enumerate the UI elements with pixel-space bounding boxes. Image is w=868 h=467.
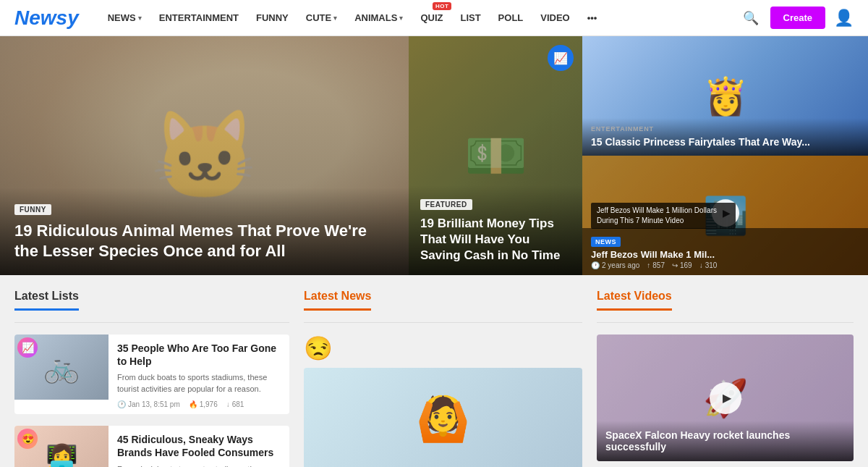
search-icon: 🔍 <box>743 11 759 25</box>
meta-stat1: ↑ 857 <box>647 261 665 269</box>
video-title-overlay-1: SpaceX Falcon Heavy rocket launches succ… <box>597 421 854 461</box>
latest-videos-header: Latest Videos <box>597 290 854 323</box>
latest-lists-title: Latest Lists <box>14 290 79 311</box>
meta-stat3: ↓ 310 <box>699 261 718 269</box>
nav-item-funny[interactable]: FUNNY <box>249 8 296 28</box>
nav-item-poll[interactable]: POLL <box>491 8 531 28</box>
hero-main-card[interactable]: 🐱 FUNNY 19 Ridiculous Animal Memes That … <box>0 36 409 275</box>
hero-right-bottom-card[interactable]: 🏙️ ▶ Jeff Bezos Will Make 1 Million Doll… <box>582 156 868 275</box>
list-item-thumb-1: 🚲 📈 <box>14 335 109 400</box>
meta-upvote: 🔥 1,976 <box>189 400 218 408</box>
hero-middle-overlay: FEATURED 19 Brilliant Money Tips That Wi… <box>409 185 582 275</box>
hero-right-bottom-overlay: ▶ Jeff Bezos Will Make 1 Million Dollars… <box>582 156 868 275</box>
hero-right-bottom-content: NEWS Jeff Bezos Will Make 1 Mil... 🕐 2 y… <box>582 228 868 275</box>
latest-news-header: Latest News <box>304 290 582 323</box>
nav-item-news[interactable]: NEWS ▾ <box>101 8 149 28</box>
trending-badge: 📈 <box>17 337 38 358</box>
news-thumb-1: 🙆 <box>304 368 582 467</box>
arrow-icon: ↑ <box>647 261 650 269</box>
down-icon: ↓ <box>699 261 703 269</box>
share-icon: ↪ <box>672 261 678 269</box>
hero-middle-title: 19 Brilliant Money Tips That Will Have Y… <box>420 216 571 264</box>
down-arrow-icon: ↓ <box>226 400 230 408</box>
clock-icon: 🕐 <box>591 261 600 269</box>
header-actions: 🔍 Create 👤 <box>740 7 854 29</box>
hero-right-bottom-tag: NEWS <box>591 237 621 247</box>
chevron-down-icon: ▾ <box>333 14 337 22</box>
hero-right-column: 👸 ENTERTAINMENT 15 Classic Princess Fair… <box>582 36 868 275</box>
logo[interactable]: Newsy <box>14 7 79 30</box>
latest-lists-header: Latest Lists <box>14 290 289 323</box>
latest-news-column: Latest News 😒 🙆 19 People Confess the Mo… <box>304 290 582 467</box>
list-item-info-1: 35 People Who Are Too Far Gone to Help F… <box>117 335 289 414</box>
nav-item-video[interactable]: VIDEO <box>533 8 576 28</box>
clock-icon: 🕐 <box>117 400 126 408</box>
list-item-title-1: 35 People Who Are Too Far Gone to Help <box>117 342 282 368</box>
hero-right-top-overlay: ENTERTAINMENT 15 Classic Princess Fairyt… <box>582 118 868 156</box>
stressed-person-image: 🙆 <box>304 368 582 467</box>
hero-main-overlay: FUNNY 19 Ridiculous Animal Memes That Pr… <box>0 188 409 275</box>
meta-time: 🕐 2 years ago <box>591 261 639 269</box>
meta-downvote: ↓ 681 <box>226 400 244 408</box>
hero-middle-tag: FEATURED <box>420 199 472 210</box>
content-section: Latest Lists 🚲 📈 35 People Who Are Too F… <box>0 275 868 467</box>
meta-time: 🕐 Jan 13, 8:51 pm <box>117 400 180 408</box>
meta-stat2: ↪ 169 <box>672 261 692 269</box>
latest-videos-title: Latest Videos <box>597 290 672 311</box>
video-card-1[interactable]: 🚀 ▶ SpaceX Falcon Heavy rocket launches … <box>597 335 854 461</box>
list-item-info-2: 45 Ridiculous, Sneaky Ways Brands Have F… <box>117 426 289 467</box>
list-item-meta-1: 🕐 Jan 13, 8:51 pm 🔥 1,976 ↓ 681 <box>117 400 282 408</box>
fire-icon: 🔥 <box>189 400 197 408</box>
account-icon[interactable]: 👤 <box>834 9 854 28</box>
nav-item-cute[interactable]: CUTE ▾ <box>299 8 344 28</box>
video-title-1: SpaceX Falcon Heavy rocket launches succ… <box>605 429 845 453</box>
hero-main-title: 19 Ridiculous Animal Memes That Prove We… <box>14 221 394 262</box>
header: Newsy NEWS ▾ ENTERTAINMENT FUNNY CUTE ▾ … <box>0 0 868 36</box>
video-tooltip: Jeff Bezos Will Make 1 Million Dollars D… <box>591 203 736 229</box>
list-item-desc-2: From duck boats to sports stadiums, thes… <box>117 464 282 467</box>
hot-badge: HOT <box>433 2 451 10</box>
nav-item-quiz[interactable]: QUIZ HOT <box>413 8 450 28</box>
hero-right-top-title: 15 Classic Princess Fairytales That Are … <box>591 135 859 148</box>
hero-right-bottom-meta: 🕐 2 years ago ↑ 857 ↪ 169 ↓ <box>591 261 859 269</box>
list-item-desc-1: From duck boats to sports stadiums, thes… <box>117 372 282 395</box>
hero-middle-card[interactable]: 💵 📈 FEATURED 19 Brilliant Money Tips Tha… <box>409 36 582 275</box>
play-icon-1[interactable]: ▶ <box>710 382 741 414</box>
hero-section: 🐱 FUNNY 19 Ridiculous Animal Memes That … <box>0 36 868 275</box>
hero-right-top-card[interactable]: 👸 ENTERTAINMENT 15 Classic Princess Fair… <box>582 36 868 156</box>
list-item-thumb-2: 👩‍💻 😍 <box>14 426 109 467</box>
list-item[interactable]: 🚲 📈 35 People Who Are Too Far Gone to He… <box>14 335 289 414</box>
nav-item-animals[interactable]: ANIMALS ▾ <box>347 8 410 28</box>
latest-news-title: Latest News <box>304 290 371 311</box>
list-item[interactable]: 👩‍💻 😍 45 Ridiculous, Sneaky Ways Brands … <box>14 426 289 467</box>
nav-more-button[interactable]: ••• <box>580 8 605 28</box>
main-nav: NEWS ▾ ENTERTAINMENT FUNNY CUTE ▾ ANIMAL… <box>101 8 740 28</box>
news-emoji-1: 😒 <box>304 335 582 362</box>
latest-videos-column: Latest Videos 🚀 ▶ SpaceX Falcon Heavy ro… <box>597 290 854 467</box>
news-item[interactable]: 😒 🙆 19 People Confess the Most Embarrass… <box>304 335 582 467</box>
chevron-down-icon: ▾ <box>399 14 403 22</box>
latest-lists-column: Latest Lists 🚲 📈 35 People Who Are Too F… <box>14 290 289 467</box>
hero-right-bottom-title: Jeff Bezos Will Make 1 Mil... <box>591 249 859 260</box>
nav-item-list[interactable]: LIST <box>453 8 488 28</box>
list-item-title-2: 45 Ridiculous, Sneaky Ways Brands Have F… <box>117 433 282 459</box>
hero-main-tag: FUNNY <box>14 204 51 215</box>
hero-right-top-tag: ENTERTAINMENT <box>591 125 859 132</box>
create-button[interactable]: Create <box>770 7 825 29</box>
trending-icon: 📈 <box>548 45 574 71</box>
love-badge: 😍 <box>17 429 38 449</box>
search-button[interactable]: 🔍 <box>740 7 762 29</box>
nav-item-entertainment[interactable]: ENTERTAINMENT <box>152 8 246 28</box>
chevron-down-icon: ▾ <box>138 14 142 22</box>
